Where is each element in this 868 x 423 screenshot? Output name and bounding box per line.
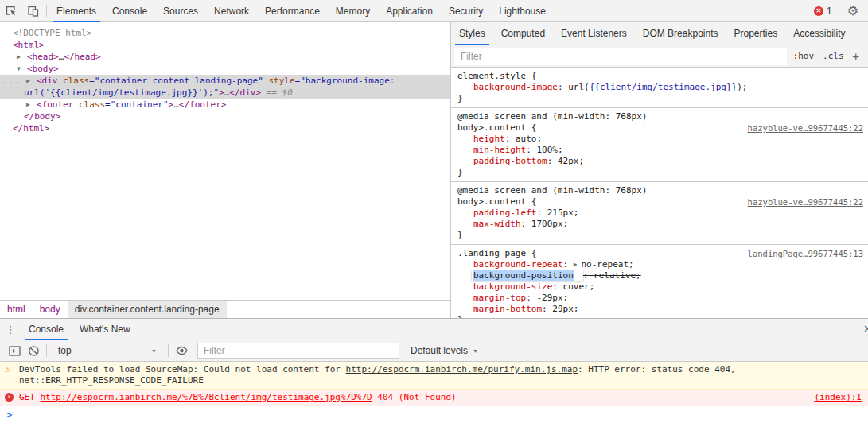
drawer-tab-what-s-new[interactable]: What's New bbox=[72, 319, 138, 340]
message-link[interactable]: http://espocrm.ianbirch.me/purify.min.js… bbox=[346, 364, 578, 374]
stylesheet-source-link[interactable]: hazyblue-ve…99677445:22 bbox=[748, 122, 863, 134]
dom-tree-line[interactable]: ▼<body> bbox=[0, 63, 450, 75]
stylesheet-source-link[interactable]: landingPage…99677445:13 bbox=[748, 248, 863, 259]
css-declaration[interactable]: background-repeat: ▶ no-repeat; bbox=[457, 259, 863, 270]
drawer-menu-kebab-icon[interactable]: ⋮ bbox=[0, 319, 21, 340]
message-source-link[interactable]: (index):1 bbox=[814, 392, 862, 403]
dom-tree-line[interactable]: url('{{client/img/testimage.jpg}}');">…<… bbox=[0, 87, 450, 99]
device-toolbar-button[interactable] bbox=[22, 0, 45, 21]
console-sidebar-toggle-button[interactable] bbox=[5, 343, 24, 359]
new-style-rule-button[interactable]: + bbox=[853, 50, 859, 63]
live-expression-eye-button[interactable] bbox=[172, 343, 191, 359]
twisty-icon[interactable]: ▶ bbox=[26, 99, 37, 111]
rule-selector[interactable]: body>.content { bbox=[457, 122, 536, 134]
closing-brace: } bbox=[457, 167, 863, 178]
toolbar-separator bbox=[46, 5, 47, 17]
tab-security[interactable]: Security bbox=[441, 0, 491, 21]
error-circle-icon: ✕ bbox=[814, 6, 823, 16]
property-value-group: : auto; bbox=[505, 134, 542, 144]
log-levels-selector[interactable]: Default levels ▼ bbox=[406, 345, 483, 356]
css-declaration[interactable]: padding-bottom: 42px; bbox=[457, 156, 863, 167]
css-declaration[interactable]: margin-top: -29px; bbox=[457, 293, 863, 304]
property-value-group: : 100%; bbox=[526, 145, 562, 155]
drawer-tab-console[interactable]: Console bbox=[21, 319, 72, 340]
property-value: 29px; bbox=[552, 304, 578, 314]
dom-tree-line[interactable]: ▶<head>…</head> bbox=[0, 51, 450, 63]
breadcrumb: htmlbodydiv.container.content.landing-pa… bbox=[0, 300, 450, 318]
dom-tree-line[interactable]: ▶<footer class="container">…</footer> bbox=[0, 99, 450, 111]
css-declaration[interactable]: padding-left: 215px; bbox=[457, 208, 863, 219]
sidebar-tab-accessibility[interactable]: Accessibility bbox=[785, 22, 853, 45]
css-declaration[interactable]: height: auto; bbox=[457, 134, 863, 145]
property-name-edit-box[interactable]: background-position bbox=[472, 270, 583, 281]
message-link[interactable]: http://espocrm.ianbirch.me/%7B%7Bclient/… bbox=[41, 392, 372, 402]
property-value-group: : 42px; bbox=[547, 156, 584, 166]
clear-console-button[interactable] bbox=[24, 343, 43, 359]
property-value: 42px; bbox=[558, 156, 584, 166]
tab-performance[interactable]: Performance bbox=[257, 0, 328, 21]
breadcrumb-item[interactable]: body bbox=[33, 301, 68, 318]
tab-elements[interactable]: Elements bbox=[49, 0, 104, 21]
error-icon: ✕ bbox=[5, 393, 14, 402]
rule-header: body>.content {hazyblue-ve…99677445:22 bbox=[457, 122, 863, 134]
close-drawer-icon[interactable]: ✕ bbox=[863, 323, 868, 335]
twisty-icon[interactable]: ▼ bbox=[17, 63, 27, 75]
rule-selector[interactable]: .landing-page { bbox=[457, 248, 536, 259]
message-text: DevTools failed to load SourceMap: Could… bbox=[19, 364, 346, 374]
dom-tree-line[interactable]: <!DOCTYPE html> bbox=[0, 27, 450, 39]
console-error-badge[interactable]: ✕ 1 bbox=[808, 6, 839, 17]
sidebar-tab-properties[interactable]: Properties bbox=[726, 22, 785, 45]
console-filter-input[interactable] bbox=[197, 343, 399, 359]
toolbar-right-group: ✕ 1 ⚙ bbox=[808, 0, 868, 21]
code-token: <!DOCTYPE html> bbox=[13, 28, 91, 38]
settings-gear-icon[interactable]: ⚙ bbox=[843, 3, 863, 18]
inspect-element-button[interactable] bbox=[0, 0, 22, 21]
css-declaration[interactable]: background-image: url({{client/img/testi… bbox=[457, 82, 863, 93]
breadcrumb-item[interactable]: html bbox=[0, 301, 33, 318]
closing-brace: } bbox=[457, 93, 863, 104]
tab-application[interactable]: Application bbox=[378, 0, 441, 21]
twisty-icon[interactable]: ▶ bbox=[26, 75, 37, 87]
css-declaration[interactable]: max-width: 1700px; bbox=[457, 219, 863, 230]
tab-lighthouse[interactable]: Lighthouse bbox=[491, 0, 554, 21]
rule-selector[interactable]: element.style { bbox=[457, 71, 536, 82]
property-value-group: : relative; bbox=[583, 270, 641, 281]
twisty-icon[interactable]: ▶ bbox=[17, 51, 27, 63]
style-rule: @media screen and (min-width: 768px)body… bbox=[451, 108, 868, 182]
toggle-hover-state[interactable]: :hov bbox=[793, 51, 815, 61]
tab-sources[interactable]: Sources bbox=[155, 0, 206, 21]
rule-header: .landing-page {landingPage…99677445:13 bbox=[457, 248, 863, 259]
tab-network[interactable]: Network bbox=[206, 0, 257, 21]
toggle-element-classes[interactable]: .cls bbox=[823, 51, 844, 61]
dom-tree-line[interactable]: <html> bbox=[0, 39, 450, 51]
property-name: padding-bottom bbox=[473, 156, 547, 166]
tab-memory[interactable]: Memory bbox=[328, 0, 378, 21]
property-name: min-height bbox=[473, 145, 526, 155]
rule-selector[interactable]: body>.content { bbox=[457, 196, 536, 208]
breadcrumb-item[interactable]: div.container.content.landing-page bbox=[68, 301, 227, 318]
javascript-context-selector[interactable]: top ▼ bbox=[53, 345, 162, 356]
sidebar-tab-styles[interactable]: Styles bbox=[451, 22, 493, 45]
css-declaration[interactable]: background-size: cover; bbox=[457, 281, 863, 293]
dom-tree-line[interactable]: ...▶<div class="container content landin… bbox=[0, 75, 450, 87]
sidebar-tab-computed[interactable]: Computed bbox=[493, 22, 553, 45]
rule-header: body>.content {hazyblue-ve…99677445:22 bbox=[457, 196, 863, 208]
sidebar-tab-event-listeners[interactable]: Event Listeners bbox=[553, 22, 635, 45]
property-name: margin-bottom bbox=[473, 304, 542, 314]
sidebar-tab-dom-breakpoints[interactable]: DOM Breakpoints bbox=[635, 22, 726, 45]
code-token: <head> bbox=[27, 52, 59, 62]
styles-filter-row: :hov .cls + bbox=[451, 45, 868, 68]
css-declaration[interactable]: min-height: 100%; bbox=[457, 145, 863, 156]
toolbar-separator bbox=[46, 344, 47, 357]
tab-console[interactable]: Console bbox=[104, 0, 155, 21]
stylesheet-source-link[interactable]: hazyblue-ve…99677445:22 bbox=[748, 196, 863, 208]
css-declaration[interactable]: margin-bottom: 29px; bbox=[457, 304, 863, 315]
dom-tree-line[interactable]: </body> bbox=[0, 111, 450, 122]
property-value: 215px; bbox=[547, 208, 579, 218]
console-drawer-tabs: ConsoleWhat's New bbox=[21, 319, 138, 340]
resource-link[interactable]: {{client/img/testimage.jpg}} bbox=[590, 82, 737, 92]
styles-filter-input[interactable] bbox=[454, 48, 787, 65]
console-prompt[interactable]: > bbox=[0, 406, 868, 423]
dom-tree-line[interactable]: </html> bbox=[0, 122, 450, 134]
css-declaration[interactable]: background-position: relative; bbox=[457, 270, 863, 281]
